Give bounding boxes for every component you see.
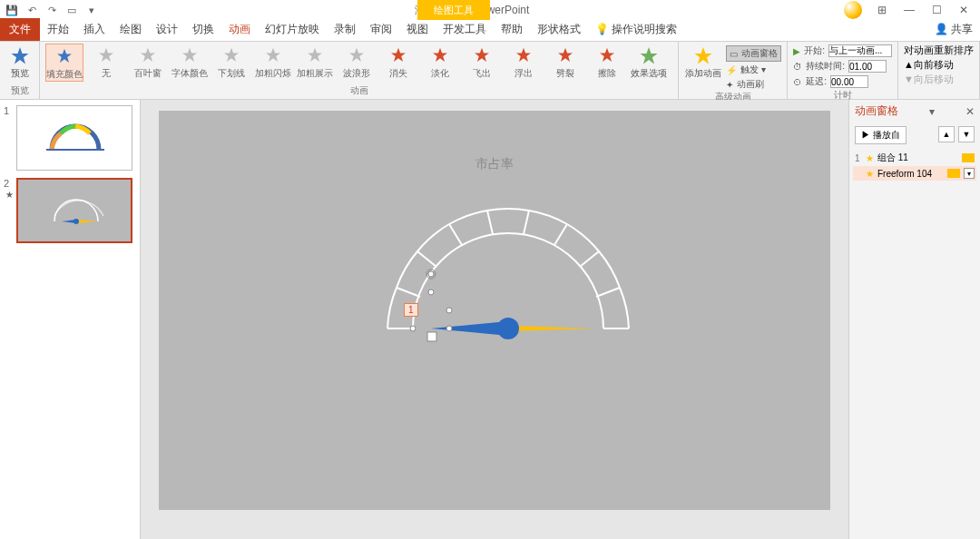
move-earlier-button[interactable]: ▲向前移动: [904, 58, 954, 72]
effect-label: 劈裂: [556, 67, 574, 80]
anim-pane-title: 动画窗格: [855, 103, 898, 119]
effect-label: 填充颜色: [46, 68, 83, 81]
svg-marker-15: [431, 321, 508, 336]
painter-icon: ✦: [726, 80, 733, 90]
effect-label: 加粗闪烁: [255, 67, 291, 80]
move-up-button[interactable]: ▲: [938, 126, 955, 142]
play-from-button[interactable]: ▶ 播放自: [855, 126, 906, 144]
effect-wave[interactable]: 波浪形: [338, 44, 376, 80]
anim-item-duration-bar: [947, 169, 960, 178]
trigger-icon: ⚡: [726, 65, 737, 75]
start-input[interactable]: [828, 44, 892, 57]
effect-fontcolor[interactable]: 字体颜色: [171, 44, 209, 80]
move-down-button[interactable]: ▼: [958, 126, 975, 142]
down-arrow-icon: ▼: [904, 74, 914, 84]
delay-icon: ⏲: [793, 77, 802, 87]
slide-thumb-2[interactable]: [16, 178, 132, 243]
tellme-search[interactable]: 💡 操作说明搜索: [588, 18, 684, 41]
tab-record[interactable]: 录制: [327, 18, 363, 41]
redo-icon[interactable]: ↷: [44, 2, 60, 18]
tab-design[interactable]: 设计: [149, 18, 185, 41]
star-icon: [348, 46, 366, 64]
tab-developer[interactable]: 开发工具: [436, 18, 494, 41]
effect-boldreveal[interactable]: 加粗展示: [296, 44, 334, 80]
share-button[interactable]: 👤 共享: [927, 18, 980, 41]
duration-input[interactable]: [848, 60, 887, 73]
tab-insert[interactable]: 插入: [76, 18, 113, 41]
trigger-button[interactable]: ⚡触发 ▾: [726, 64, 781, 76]
delay-input[interactable]: [830, 75, 868, 88]
save-icon[interactable]: 💾: [4, 2, 20, 18]
svg-line-6: [417, 251, 436, 267]
svg-line-12: [596, 288, 620, 297]
effect-fillcolor[interactable]: 填充颜色: [45, 44, 83, 82]
star-icon: [473, 46, 491, 64]
svg-line-11: [580, 251, 599, 267]
effect-none[interactable]: 无: [87, 44, 125, 80]
move-later-label: 向后移动: [914, 74, 954, 84]
anim-pane-close-icon[interactable]: ✕: [965, 105, 975, 118]
tab-animations[interactable]: 动画: [221, 18, 258, 41]
close-icon[interactable]: ✕: [951, 1, 976, 19]
star-icon: [264, 46, 282, 64]
effect-blinds[interactable]: 百叶窗: [129, 44, 167, 80]
add-animation-button[interactable]: 添加动画: [684, 44, 722, 78]
tab-file[interactable]: 文件: [0, 18, 40, 41]
move-later-button[interactable]: ▼向后移动: [904, 73, 954, 86]
effect-disappear[interactable]: 消失: [379, 44, 417, 80]
effect-underline[interactable]: 下划线: [212, 44, 250, 80]
tab-transitions[interactable]: 切换: [185, 18, 221, 41]
slide-canvas[interactable]: 市占率: [159, 111, 830, 510]
effect-label: 无: [102, 67, 111, 80]
up-arrow-icon: ▲: [904, 59, 914, 70]
tab-draw[interactable]: 绘图: [113, 18, 149, 41]
animation-order-tag[interactable]: 1: [404, 303, 418, 317]
contextual-tab-drawing[interactable]: 绘图工具: [417, 0, 490, 20]
anim-item-dropdown-icon[interactable]: ▾: [964, 168, 975, 179]
effect-label: 擦除: [598, 67, 616, 80]
start-slideshow-icon[interactable]: ▭: [64, 2, 80, 18]
effect-boldflash[interactable]: 加粗闪烁: [254, 44, 292, 80]
effect-split[interactable]: 劈裂: [546, 44, 584, 80]
effect-label: 百叶窗: [134, 67, 162, 80]
undo-icon[interactable]: ↶: [24, 2, 40, 18]
slide-thumbnails-panel: 1 2★: [0, 100, 141, 539]
animation-pane-button[interactable]: ▭动画窗格: [726, 45, 781, 62]
svg-point-3: [74, 219, 79, 224]
animation-painter-button[interactable]: ✦动画刷: [726, 78, 781, 91]
preview-group-label: 预览: [5, 84, 34, 99]
anim-item-2[interactable]: ★ Freeform 104 ▾: [853, 166, 976, 181]
star-icon: [598, 46, 616, 64]
tab-review[interactable]: 审阅: [363, 18, 399, 41]
svg-point-20: [410, 326, 416, 331]
effect-flyout[interactable]: 飞出: [463, 44, 501, 80]
slide-thumb-1[interactable]: [16, 105, 132, 171]
star-icon: [55, 47, 74, 65]
svg-point-22: [428, 271, 434, 277]
gauge-shape[interactable]: [159, 111, 830, 510]
anim-pane-options-icon[interactable]: ▾: [929, 105, 935, 118]
effect-label: 波浪形: [343, 67, 370, 80]
maximize-icon[interactable]: ☐: [924, 1, 949, 19]
minimize-icon[interactable]: —: [897, 1, 922, 19]
animation-star-icon: ★: [5, 190, 14, 200]
star-icon: [306, 46, 324, 64]
qat-more-icon[interactable]: ▾: [83, 2, 100, 18]
effect-fade[interactable]: 淡化: [421, 44, 459, 80]
svg-point-21: [446, 326, 452, 331]
preview-button[interactable]: 预览: [5, 44, 34, 78]
slide-number: 1: [4, 105, 13, 171]
effect-wipe[interactable]: 擦除: [588, 44, 626, 80]
tab-home[interactable]: 开始: [40, 18, 76, 41]
ribbon-options-icon[interactable]: ⊞: [869, 1, 895, 19]
anim-item-1[interactable]: 1 ★ 组合 11: [853, 150, 976, 166]
tab-help[interactable]: 帮助: [494, 18, 530, 41]
effect-label: 飞出: [473, 67, 491, 80]
start-label: 开始:: [804, 44, 825, 57]
effect-options-button[interactable]: 效果选项: [630, 44, 668, 78]
tab-slideshow[interactable]: 幻灯片放映: [258, 18, 327, 41]
tab-view[interactable]: 视图: [399, 18, 436, 41]
tab-shapeformat[interactable]: 形状格式: [530, 18, 588, 41]
user-avatar[interactable]: [844, 1, 862, 19]
effect-floatout[interactable]: 浮出: [505, 44, 543, 80]
